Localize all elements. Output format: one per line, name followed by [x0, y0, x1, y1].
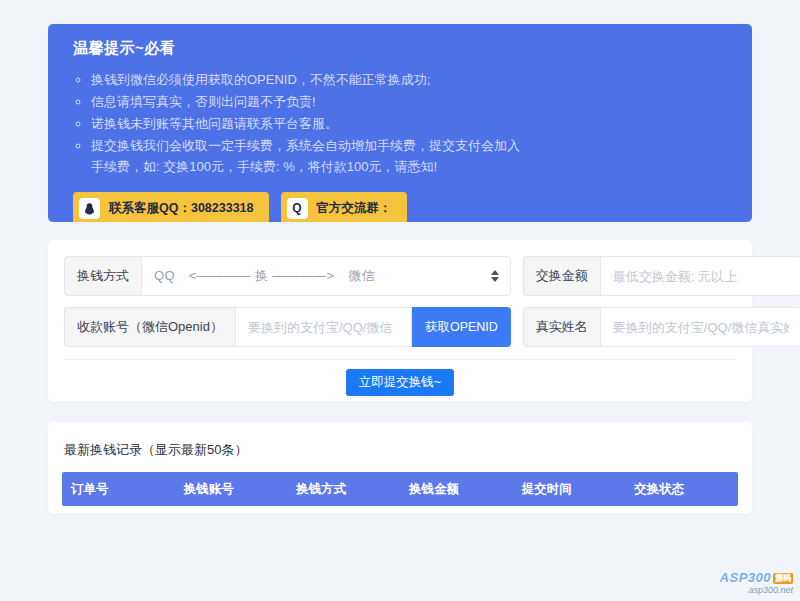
- column-header-account: 换钱账号: [175, 481, 288, 498]
- method-label: 换钱方式: [64, 256, 141, 296]
- notice-item: 提交换钱我们会收取一定手续费，系统会自动增加手续费，提交支付会加入手续费，如: …: [91, 135, 531, 177]
- qq-penguin-icon: [79, 198, 100, 219]
- exchange-form-card: 换钱方式 QQ <———— 换 ————> 微信 交换金额 收款账号（微信Ope…: [48, 240, 752, 402]
- official-group-label: 官方交流群：: [317, 200, 392, 217]
- contact-service-button[interactable]: 联系客服QQ：308233318: [73, 192, 269, 222]
- account-label: 收款账号（微信Openid）: [64, 307, 235, 347]
- official-group-button[interactable]: Q 官方交流群：: [281, 192, 407, 222]
- column-header-order-id: 订单号: [62, 481, 175, 498]
- column-header-method: 换钱方式: [287, 481, 400, 498]
- column-header-amount: 换钱金额: [400, 481, 513, 498]
- column-header-time: 提交时间: [513, 481, 626, 498]
- realname-label: 真实姓名: [523, 307, 600, 347]
- notice-list: 换钱到微信必须使用获取的OPENID，不然不能正常换成功; 信息请填写真实，否则…: [73, 69, 531, 177]
- notice-buttons-row: 联系客服QQ：308233318 Q 官方交流群：: [73, 192, 727, 222]
- get-openid-button[interactable]: 获取OPENID: [412, 307, 511, 347]
- records-title: 最新换钱记录（显示最新50条）: [64, 441, 738, 459]
- asp300-logo: ASP300源码: [720, 571, 793, 585]
- notice-item: 诺换钱未到账等其他问题请联系平台客服。: [91, 113, 531, 134]
- account-input[interactable]: [235, 307, 412, 347]
- notice-item: 换钱到微信必须使用获取的OPENID，不然不能正常换成功;: [91, 69, 531, 90]
- realname-input[interactable]: [600, 307, 800, 347]
- notice-title: 温馨提示~必看: [73, 39, 727, 58]
- site-watermark: ASP300源码 asp300.net: [720, 571, 793, 596]
- method-select-value: QQ <———— 换 ————> 微信: [154, 267, 375, 285]
- records-table-header: 订单号 换钱账号 换钱方式 换钱金额 提交时间 交换状态: [62, 472, 738, 506]
- amount-input[interactable]: [600, 256, 800, 296]
- asp300-logo-badge: 源码: [773, 573, 793, 584]
- method-select[interactable]: QQ <———— 换 ————> 微信: [141, 256, 511, 296]
- amount-label: 交换金额: [523, 256, 600, 296]
- realname-field: 真实姓名: [523, 307, 800, 347]
- column-header-status: 交换状态: [625, 481, 738, 498]
- amount-field: 交换金额: [523, 256, 800, 296]
- q-letter-icon: Q: [287, 198, 308, 219]
- select-arrows-icon: [491, 270, 499, 282]
- asp300-logo-text: ASP300: [720, 570, 771, 585]
- records-card: 最新换钱记录（显示最新50条） 订单号 换钱账号 换钱方式 换钱金额 提交时间 …: [48, 422, 752, 514]
- contact-service-label: 联系客服QQ：308233318: [109, 200, 254, 217]
- account-field: 收款账号（微信Openid） 获取OPENID: [64, 307, 511, 347]
- form-footer: 立即提交换钱~: [64, 359, 736, 396]
- page: 温馨提示~必看 换钱到微信必须使用获取的OPENID，不然不能正常换成功; 信息…: [0, 0, 800, 514]
- notice-banner: 温馨提示~必看 换钱到微信必须使用获取的OPENID，不然不能正常换成功; 信息…: [48, 24, 752, 222]
- form-grid: 换钱方式 QQ <———— 换 ————> 微信 交换金额 收款账号（微信Ope…: [64, 256, 736, 347]
- notice-item: 信息请填写真实，否则出问题不予负责!: [91, 91, 531, 112]
- method-field: 换钱方式 QQ <———— 换 ————> 微信: [64, 256, 511, 296]
- site-url-text: asp300.net: [720, 586, 793, 596]
- submit-exchange-button[interactable]: 立即提交换钱~: [346, 369, 454, 396]
